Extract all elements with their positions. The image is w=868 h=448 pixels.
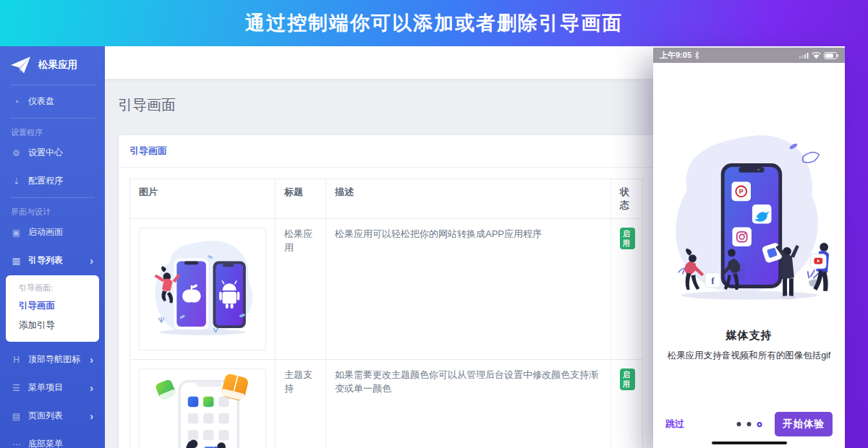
page-list-icon: ▤: [11, 411, 22, 421]
dashboard-icon: ◔: [11, 97, 22, 107]
sidebar-item-label: 底部菜单: [28, 438, 63, 448]
header-banner: 通过控制端你可以添加或者删除引导画面: [0, 0, 868, 46]
divider: [10, 118, 95, 119]
divider: [10, 197, 95, 198]
sidebar-section-design: 界面与设计: [0, 200, 105, 218]
row-thumbnail-ios-android: [139, 228, 266, 350]
top-nav-icon: H: [11, 355, 22, 365]
menu-list-icon: ☰: [11, 383, 22, 393]
table-row: 松果应用 松果应用可以轻松把你的网站转换成APP应用程序 启用: [129, 219, 643, 360]
slide-title: 媒体支持: [653, 329, 845, 343]
sidebar-section-setup: 设置程序: [0, 121, 105, 139]
sidebar-item-label: 菜单项目: [28, 382, 63, 394]
column-header-status: 状态: [610, 179, 644, 218]
table-header-row: 图片 标题 描述 状态: [129, 178, 643, 219]
pagination-dot[interactable]: [746, 422, 751, 426]
ios-android-illustration: [143, 233, 262, 345]
card-title: 引导画面: [119, 135, 654, 168]
paper-plane-icon: [10, 56, 32, 74]
slide-description: 松果应用支持音视频和所有的图像包括gif: [653, 350, 845, 362]
status-cell: 启用: [610, 219, 644, 359]
image-cell: [130, 360, 275, 448]
sidebar-item-config[interactable]: ⇣ 配置程序: [0, 167, 105, 195]
media-support-illustration: P f: [664, 126, 835, 325]
svg-text:f: f: [711, 276, 715, 286]
sidebar-item-menu-items[interactable]: ☰ 菜单项目 ›: [0, 374, 105, 402]
status-badge: 启用: [620, 228, 635, 249]
sidebar-item-label: 页面列表: [28, 410, 63, 422]
sidebar-item-top-nav-icons[interactable]: H 顶部导航图标 ›: [0, 345, 105, 374]
status-badge: 启用: [620, 369, 635, 390]
sidebar-item-bottom-menu[interactable]: ⋯ 底部菜单: [0, 430, 105, 448]
sidebar-item-label: 仪表盘: [28, 95, 54, 108]
splash-screen-icon: ▣: [11, 228, 22, 238]
sidebar-item-guide-list[interactable]: ▥ 引导列表 ›: [0, 246, 105, 275]
sidebar-item-label: 设置中心: [28, 147, 63, 159]
phone-status-bar: 上午9:05: [653, 48, 845, 63]
column-header-desc: 描述: [326, 179, 610, 218]
skip-button[interactable]: 跳过: [665, 418, 684, 431]
guide-list-icon: ▥: [11, 256, 22, 266]
sidebar-item-label: 引导列表: [28, 254, 63, 267]
submenu-item-guide-screen[interactable]: 引导画面: [19, 300, 99, 312]
divider: [10, 85, 95, 85]
pagination-dot-active[interactable]: [757, 422, 762, 427]
sidebar-item-label: 配置程序: [28, 175, 63, 187]
card-body: 图片 标题 描述 状态: [119, 168, 654, 448]
signal-icon: [799, 52, 809, 59]
sidebar-item-label: 启动画面: [28, 226, 63, 238]
theme-apps-illustration: [143, 374, 262, 448]
title-cell: 主题支持: [275, 360, 326, 448]
pagination-dots: [736, 422, 762, 427]
status-time: 上午9:05: [660, 50, 692, 61]
status-cell: 启用: [610, 360, 644, 448]
desc-cell: 松果应用可以轻松把你的网站转换成APP应用程序: [326, 219, 610, 359]
phone-screen: P f: [653, 63, 845, 448]
chevron-right-icon: ›: [90, 354, 93, 366]
column-header-image: 图片: [130, 179, 275, 218]
phone-mockup: 上午9:05: [653, 48, 845, 448]
sidebar-item-label: 顶部导航图标: [28, 353, 80, 366]
chevron-right-icon: ›: [90, 382, 93, 394]
chevron-right-icon: ›: [90, 410, 93, 422]
home-indicator-bar: [712, 441, 787, 444]
gear-icon: ⚙: [11, 148, 22, 158]
chevron-right-icon: ›: [90, 255, 93, 267]
battery-icon: [824, 52, 838, 59]
bluetooth-icon: [694, 51, 699, 59]
sidebar: 松果应用 ◔ 仪表盘 设置程序 ⚙ 设置中心 ⇣ 配置程序 界面与设计 ▣ 启动…: [0, 46, 105, 448]
brand[interactable]: 松果应用: [0, 46, 105, 82]
config-icon: ⇣: [11, 176, 22, 186]
sidebar-item-splash-screen[interactable]: ▣ 启动画面: [0, 218, 105, 246]
desc-cell: 如果需要更改主题颜色你可以从管理后台设置中修改颜色支持渐变或单一颜色: [326, 360, 610, 448]
sidebar-item-dashboard[interactable]: ◔ 仪表盘: [0, 87, 105, 116]
brand-label: 松果应用: [38, 59, 77, 72]
sidebar-item-page-list[interactable]: ▤ 页面列表 ›: [0, 402, 105, 430]
submenu-header: 引导画面:: [19, 283, 99, 293]
svg-text:P: P: [739, 188, 743, 195]
banner-title: 通过控制端你可以添加或者删除引导画面: [245, 10, 623, 36]
submenu-item-add-guide[interactable]: 添加引导: [19, 319, 99, 332]
guide-screens-card: 引导画面 图片 标题 描述 状态: [118, 134, 655, 448]
column-header-title: 标题: [275, 179, 326, 218]
ellipsis-icon: ⋯: [11, 439, 22, 448]
sidebar-item-settings-center[interactable]: ⚙ 设置中心: [0, 139, 105, 167]
pagination-dot[interactable]: [736, 422, 741, 426]
wifi-icon: [812, 52, 821, 59]
row-thumbnail-theme-apps: [139, 369, 266, 448]
table-row: 主题支持 如果需要更改主题颜色你可以从管理后台设置中修改颜色支持渐变或单一颜色 …: [129, 360, 643, 448]
guide-submenu: 引导画面: 引导画面 添加引导: [6, 275, 99, 342]
onboarding-controls: 跳过 开始体验: [653, 412, 845, 436]
image-cell: [130, 219, 275, 359]
title-cell: 松果应用: [275, 219, 326, 359]
start-experience-button[interactable]: 开始体验: [775, 412, 833, 436]
